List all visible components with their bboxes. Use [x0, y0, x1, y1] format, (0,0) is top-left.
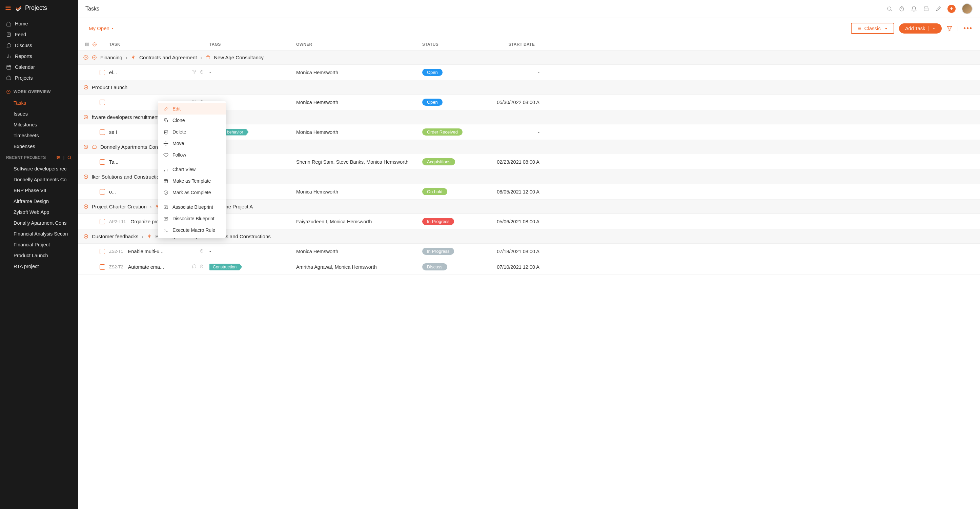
task-name[interactable]: el... — [109, 70, 117, 75]
task-name[interactable]: se I — [109, 129, 117, 135]
nav-item-home[interactable]: Home — [0, 18, 78, 29]
collapse-icon[interactable] — [83, 174, 88, 179]
breadcrumb-segment[interactable]: Project Charter Creation — [92, 204, 147, 210]
task-group-header[interactable]: Financing›Contracts and Agreement›New Ag… — [78, 51, 980, 65]
search-icon[interactable] — [67, 155, 72, 160]
task-checkbox[interactable] — [100, 189, 105, 194]
recent-project-item[interactable]: Software developers rec — [0, 163, 78, 174]
status-badge[interactable]: Discuss — [422, 263, 447, 270]
recent-project-item[interactable]: Airframe Design — [0, 196, 78, 207]
nav-item-projects[interactable]: Projects — [0, 73, 78, 83]
task-checkbox[interactable] — [100, 219, 105, 224]
collapse-icon[interactable] — [83, 204, 88, 209]
breadcrumb-segment[interactable]: New Age Consultancy — [214, 54, 264, 60]
menu-item-dissociate-blueprint[interactable]: Dissociate Blueprint — [158, 213, 226, 224]
breadcrumb-segment[interactable]: Contracts and Agreement — [139, 54, 197, 60]
nav-item-calendar[interactable]: Calendar — [0, 62, 78, 73]
status-badge[interactable]: In Progress — [422, 248, 454, 255]
menu-item-edit[interactable]: Edit — [158, 103, 226, 115]
overview-item-timesheets[interactable]: Timesheets — [0, 130, 78, 141]
task-row[interactable]: el... - Monica Hemsworth Open - — [78, 65, 980, 80]
menu-item-execute-macro-rule[interactable]: Execute Macro Rule — [158, 224, 226, 236]
breadcrumb-segment[interactable]: Product Launch — [92, 84, 127, 90]
menu-item-associate-blueprint[interactable]: Associate Blueprint — [158, 201, 226, 213]
nav-item-feed[interactable]: Feed — [0, 29, 78, 40]
recent-project-item[interactable]: RTA project — [0, 261, 78, 272]
filter-icon[interactable] — [56, 155, 60, 160]
recent-project-item[interactable]: ERP Phase VII — [0, 185, 78, 196]
col-owner[interactable]: OWNER — [296, 42, 422, 47]
collapse-icon[interactable] — [92, 55, 97, 60]
hamburger-icon[interactable] — [5, 5, 11, 11]
col-task[interactable]: TASK — [109, 42, 209, 47]
status-badge[interactable]: Open — [422, 69, 442, 76]
recent-project-item[interactable]: Financial Analysis Secon — [0, 228, 78, 239]
filter-icon[interactable] — [947, 25, 953, 32]
menu-item-make-as-template[interactable]: Make as Template — [158, 175, 226, 187]
task-checkbox[interactable] — [100, 264, 105, 270]
recent-project-item[interactable]: Product Launch — [0, 250, 78, 261]
nav-item-discuss[interactable]: Discuss — [0, 40, 78, 51]
task-checkbox[interactable] — [100, 159, 105, 165]
columns-icon[interactable] — [85, 42, 89, 47]
store-icon[interactable] — [923, 6, 929, 12]
breadcrumb-segment[interactable]: Financing — [100, 54, 123, 60]
menu-item-chart-view[interactable]: Chart View — [158, 164, 226, 175]
task-name[interactable]: o... — [109, 189, 116, 194]
status-badge[interactable]: In Progress — [422, 218, 454, 225]
user-avatar[interactable] — [962, 3, 972, 14]
status-badge[interactable]: Open — [422, 99, 442, 106]
col-start-date[interactable]: START DATE — [474, 42, 541, 47]
task-checkbox[interactable] — [100, 100, 105, 105]
add-button[interactable]: + — [947, 5, 956, 13]
view-selector[interactable]: My Open — [89, 25, 114, 31]
menu-item-follow[interactable]: Follow — [158, 149, 226, 161]
task-checkbox[interactable] — [100, 129, 105, 135]
recent-project-item[interactable]: Donally Apartment Cons — [0, 218, 78, 228]
gear-icon[interactable] — [83, 55, 88, 60]
status-badge[interactable]: Order Received — [422, 129, 463, 135]
breadcrumb-segment[interactable]: ftware developers recruitment — [92, 114, 159, 120]
menu-item-mark-as-complete[interactable]: Mark as Complete — [158, 187, 226, 198]
task-checkbox[interactable] — [100, 249, 105, 254]
col-tags[interactable]: TAGS — [209, 42, 296, 47]
menu-item-clone[interactable]: Clone — [158, 115, 226, 126]
collapse-icon[interactable] — [83, 144, 88, 150]
overview-item-issues[interactable]: Issues — [0, 108, 78, 119]
menu-item-move[interactable]: Move — [158, 138, 226, 149]
task-checkbox[interactable] — [100, 70, 105, 75]
work-overview-header[interactable]: WORK OVERVIEW — [0, 86, 78, 98]
task-name[interactable]: Enable multi-u... — [128, 249, 164, 254]
breadcrumb-segment[interactable]: Customer feedbacks — [92, 234, 138, 239]
breadcrumb-segment[interactable]: lker Solutions and Constructions — [92, 174, 165, 180]
layout-selector[interactable]: Classic — [851, 23, 894, 34]
collapse-icon[interactable] — [83, 115, 88, 119]
recent-project-item[interactable]: Financial Project — [0, 239, 78, 250]
caret-down-icon[interactable] — [932, 27, 935, 30]
bell-icon[interactable] — [911, 6, 917, 12]
collapse-all-icon[interactable] — [92, 42, 97, 47]
recent-project-item[interactable]: Zylsoft Web App — [0, 207, 78, 218]
more-icon[interactable]: ••• — [963, 24, 972, 32]
nav-item-reports[interactable]: Reports — [0, 51, 78, 62]
overview-item-milestones[interactable]: Milestones — [0, 119, 78, 130]
overview-item-expenses[interactable]: Expenses — [0, 141, 78, 152]
task-group-header[interactable]: Product Launch — [78, 80, 980, 95]
task-row[interactable]: ZS2-T1 Enable multi-u... - Monica Hemswo… — [78, 243, 980, 259]
recent-project-item[interactable]: Donnelly Apartments Co — [0, 174, 78, 185]
status-badge[interactable]: On hold — [422, 188, 447, 195]
collapse-icon[interactable] — [83, 234, 88, 239]
task-row[interactable]: ZS2-T2 Automate ema... Construction Amri… — [78, 259, 980, 275]
task-name[interactable]: Automate ema... — [128, 264, 164, 270]
timer-icon[interactable] — [899, 6, 905, 12]
search-icon[interactable] — [886, 6, 892, 12]
status-badge[interactable]: Acquisitions — [422, 158, 455, 165]
add-task-button[interactable]: Add Task — [899, 23, 942, 33]
overview-item-tasks[interactable]: Tasks — [0, 98, 78, 108]
tag[interactable]: Construction — [209, 264, 242, 270]
task-name[interactable]: Ta... — [109, 159, 118, 165]
tools-icon[interactable] — [935, 6, 941, 12]
menu-item-delete[interactable]: Delete — [158, 126, 226, 138]
col-status[interactable]: STATUS — [422, 42, 474, 47]
collapse-icon[interactable] — [83, 85, 88, 90]
